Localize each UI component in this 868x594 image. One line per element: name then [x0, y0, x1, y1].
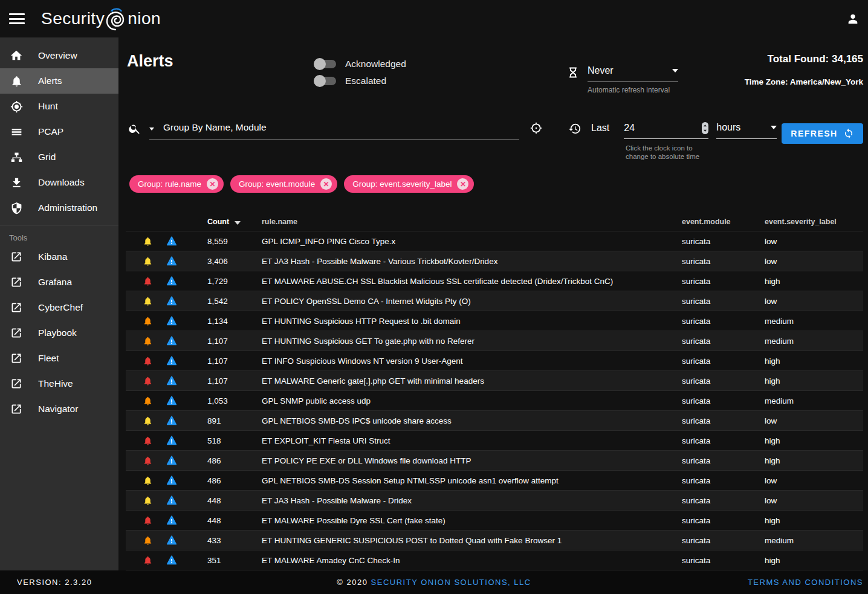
column-header-severity-label[interactable]: event.severity_label [765, 218, 863, 226]
alert-info-icon[interactable] [166, 535, 177, 546]
menu-icon[interactable] [9, 11, 25, 27]
column-header-rule-name[interactable]: rule.name [238, 218, 682, 226]
row-event-module: suricata [682, 456, 765, 465]
alert-info-icon[interactable] [166, 335, 177, 346]
alert-row[interactable]: 351 ET MALWARE Amadey CnC Check-In suric… [126, 550, 863, 570]
sidebar-tool-label: Navigator [38, 404, 78, 415]
alert-row[interactable]: 448 ET MALWARE Possible Dyre SSL Cert (f… [126, 510, 863, 530]
search-icon[interactable] [128, 122, 141, 135]
row-event-module: suricata [682, 476, 765, 485]
alert-row[interactable]: 1,107 ET MALWARE Generic gate[.].php GET… [126, 370, 863, 390]
alert-info-icon[interactable] [166, 515, 177, 526]
filter-chip-label: Group: event.severity_label [352, 179, 452, 189]
alert-info-icon[interactable] [166, 435, 177, 446]
alert-info-icon[interactable] [166, 276, 177, 286]
alert-info-icon[interactable] [166, 256, 177, 266]
version-label: VERSION: 2.3.20 [17, 578, 92, 587]
refresh-button[interactable]: REFRESH [782, 123, 863, 144]
row-count: 486 [184, 476, 238, 485]
sitemap-icon [9, 151, 24, 164]
timezone-value: America/New_York [790, 77, 863, 86]
copyright-link[interactable]: SECURITY ONION SOLUTIONS, LLC [371, 578, 531, 587]
column-header-count[interactable]: Count [184, 218, 238, 226]
alert-info-icon[interactable] [166, 455, 177, 466]
person-icon[interactable] [846, 12, 860, 25]
alert-row[interactable]: 486 ET POLICY PE EXE or DLL Windows file… [126, 450, 863, 470]
alert-row[interactable]: 1,134 ET HUNTING Suspicious HTTP Request… [126, 311, 863, 331]
filter-chip-event-module[interactable]: Group: event.module ✕ [230, 175, 337, 193]
refresh-interval-value: Never [588, 65, 614, 76]
row-severity-label: high [765, 516, 863, 525]
sidebar-tool-grafana[interactable]: Grafana [0, 270, 118, 295]
alert-row[interactable]: 1,729 ET MALWARE ABUSE.CH SSL Blacklist … [126, 271, 863, 291]
alert-row[interactable]: 486 GPL NETBIOS SMB-DS Session Setup NTM… [126, 470, 863, 490]
time-quantity-input[interactable]: 24 [624, 122, 708, 139]
sidebar-tool-kibana[interactable]: Kibana [0, 244, 118, 270]
sidebar-tool-cyberchef[interactable]: CyberChef [0, 295, 118, 320]
history-icon[interactable] [568, 122, 581, 135]
alert-info-icon[interactable] [166, 395, 177, 406]
sidebar-item-alerts[interactable]: Alerts [0, 68, 118, 94]
top-app-bar: Security nion [0, 0, 868, 37]
tools-section-label: Tools [0, 225, 118, 244]
sidebar-item-downloads[interactable]: Downloads [0, 170, 118, 195]
escalated-toggle[interactable]: Escalated [316, 73, 406, 89]
alert-row[interactable]: 891 GPL NETBIOS SMB-DS IPC$ unicode shar… [126, 410, 863, 430]
sidebar-item-grid[interactable]: Grid [0, 144, 118, 170]
sidebar-tool-playbook[interactable]: Playbook [0, 320, 118, 346]
alert-row[interactable]: 1,107 ET INFO Suspicious Windows NT vers… [126, 350, 863, 370]
time-unit-select[interactable]: hours [716, 122, 777, 139]
alert-info-icon[interactable] [166, 236, 177, 247]
alert-info-icon[interactable] [166, 355, 177, 366]
time-unit-value: hours [716, 122, 740, 133]
sidebar-item-label: Administration [38, 202, 97, 213]
alert-row[interactable]: 8,559 GPL ICMP_INFO PING Cisco Type.x su… [126, 231, 863, 251]
toggle-switch-icon[interactable] [316, 77, 336, 85]
row-count: 891 [184, 416, 238, 425]
sidebar-item-pcap[interactable]: PCAP [0, 119, 118, 144]
chip-close-icon[interactable]: ✕ [207, 178, 218, 190]
severity-bell-icon [143, 535, 153, 546]
alert-row[interactable]: 518 ET EXPLOIT_KIT Fiesta URI Struct sur… [126, 430, 863, 450]
column-header-event-module[interactable]: event.module [682, 218, 765, 226]
toggle-switch-icon[interactable] [316, 60, 336, 68]
filter-chip-rule-name[interactable]: Group: rule.name ✕ [129, 175, 224, 193]
logo-text-prefix: Security [41, 9, 105, 28]
chip-close-icon[interactable]: ✕ [457, 178, 468, 190]
alert-row[interactable]: 448 ET JA3 Hash - Possible Malware - Dri… [126, 490, 863, 510]
alert-row[interactable]: 3,406 ET JA3 Hash - Possible Malware - V… [126, 251, 863, 271]
alert-row[interactable]: 1,053 GPL SNMP public access udp suricat… [126, 390, 863, 410]
alert-row[interactable]: 1,542 ET POLICY OpenSSL Demo CA - Intern… [126, 291, 863, 311]
row-rule-name: ET JA3 Hash - Possible Malware - Dridex [238, 496, 682, 505]
filter-chip-group: Group: rule.name ✕ Group: event.module ✕… [129, 175, 474, 193]
severity-bell-icon [143, 496, 153, 506]
sidebar-item-administration[interactable]: Administration [0, 195, 118, 221]
sidebar-tool-navigator[interactable]: Navigator [0, 396, 118, 422]
chevron-down-icon[interactable] [149, 128, 154, 131]
chip-close-icon[interactable]: ✕ [320, 178, 332, 190]
row-rule-name: ET JA3 Hash - Possible Malware - Various… [238, 257, 682, 266]
search-input[interactable]: Group By Name, Module [149, 122, 519, 140]
refresh-interval-select[interactable]: Never Automatic refresh interval [588, 65, 678, 94]
alert-info-icon[interactable] [166, 475, 177, 486]
time-quantity-value: 24 [624, 123, 635, 134]
toggle-label: Escalated [345, 76, 386, 86]
sidebar-item-overview[interactable]: Overview [0, 43, 118, 68]
alert-row[interactable]: 1,107 ET HUNTING Suspicious GET To gate.… [126, 331, 863, 350]
row-rule-name: ET MALWARE Generic gate[.].php GET with … [238, 376, 682, 386]
sidebar-item-hunt[interactable]: Hunt [0, 94, 118, 119]
alert-row[interactable]: 433 ET HUNTING GENERIC SUSPICIOUS POST t… [126, 530, 863, 550]
sidebar-tool-fleet[interactable]: Fleet [0, 346, 118, 371]
terms-link[interactable]: TERMS AND CONDITIONS [748, 578, 863, 587]
alert-info-icon[interactable] [166, 315, 177, 326]
alert-info-icon[interactable] [166, 295, 177, 306]
stepper-icon[interactable] [702, 122, 708, 134]
alert-info-icon[interactable] [166, 555, 177, 566]
acknowledged-toggle[interactable]: Acknowledged [316, 56, 406, 73]
sidebar-tool-thehive[interactable]: TheHive [0, 371, 118, 396]
target-icon[interactable] [530, 122, 542, 134]
alert-info-icon[interactable] [166, 415, 177, 426]
alert-info-icon[interactable] [166, 375, 177, 386]
filter-chip-event-severity[interactable]: Group: event.severity_label ✕ [344, 175, 474, 193]
alert-info-icon[interactable] [166, 495, 177, 506]
